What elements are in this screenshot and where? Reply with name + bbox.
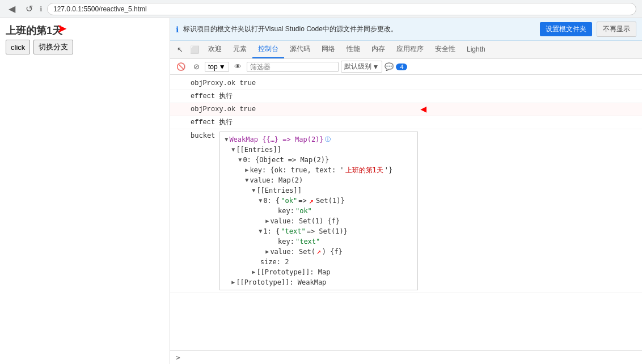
filter-button[interactable]: ⊘ (191, 61, 202, 72)
tree-proto-weakmap-row: ▶ [[Prototype]]: WeakMap (231, 277, 413, 287)
devtools-panel: ℹ 标识项目的根文件夹以打开Visual Studio Code中的源文件并同步… (170, 18, 642, 364)
value01-label: value: Set( (270, 247, 315, 257)
info-text: 标识项目的根文件夹以打开Visual Studio Code中的源文件并同步更改… (183, 24, 535, 34)
value0-toggle[interactable]: ▼ (245, 175, 248, 185)
tab-security[interactable]: 安全性 (429, 41, 461, 58)
value00-label: value: Set(1) {f} (270, 216, 340, 226)
context-label: top (208, 63, 218, 71)
entries2-label: [[Entries]] (256, 185, 301, 196)
key0-value: 上班的第1天 (345, 165, 383, 175)
console-prompt[interactable]: > (176, 353, 180, 362)
tab-console[interactable]: 控制台 (252, 41, 284, 58)
no-show-button[interactable]: 不再显示 (597, 22, 636, 37)
tree-entries2-row: ▼ [[Entries]] (252, 185, 413, 196)
item01-arrow: => Set(1)} (307, 226, 348, 236)
url-bar[interactable] (47, 3, 636, 15)
dropdown-arrow-icon: ▼ (219, 63, 226, 71)
item00-key: "ok" (281, 196, 297, 206)
size-label: size: 2 (252, 257, 289, 267)
key0-label: key: {ok: true, text: ' (250, 165, 344, 175)
key00-value: "ok" (295, 206, 312, 216)
level-label: 默认级别 (344, 62, 371, 71)
info-bar: ℹ 标识项目的根文件夹以打开Visual Studio Code中的源文件并同步… (170, 18, 642, 41)
console-toolbar: 🚫 ⊘ top ▼ 👁 默认级别 ▼ 💬 4 (170, 59, 642, 75)
red-arrow-value01: ↗ (316, 247, 321, 257)
tab-application[interactable]: 应用程序 (391, 41, 429, 58)
item01-toggle[interactable]: ▼ (259, 226, 262, 236)
value01-toggle[interactable]: ▶ (265, 247, 269, 257)
console-line-1-text: objProxy.ok true (191, 78, 637, 88)
entries-toggle[interactable]: ▼ (231, 145, 235, 155)
tab-network[interactable]: 网络 (316, 41, 341, 58)
eye-button[interactable]: 👁 (231, 61, 244, 72)
browser-bar: ◀ ↺ ℹ (0, 0, 642, 18)
tab-performance[interactable]: 性能 (341, 41, 366, 58)
tree-item00-row: ▼ 0: {"ok" => ↗ Set(1)} (259, 196, 413, 206)
console-bottom-bar: > (170, 350, 642, 364)
key0-end: '} (385, 165, 392, 175)
item00-arrow: => (298, 196, 306, 206)
item00-toggle[interactable]: ▼ (259, 196, 262, 206)
proto-map-toggle[interactable]: ▶ (252, 267, 255, 277)
item0-label: 0: {Object => Map(2)} (243, 155, 329, 165)
log-level-dropdown[interactable]: 默认级别 ▼ (341, 61, 383, 73)
proto-weakmap-label: [[Prototype]]: WeakMap (236, 277, 326, 287)
tree-entries-row: ▼ [[Entries]] (231, 145, 413, 155)
tree-size-row: size: 2 (252, 257, 413, 267)
tab-lighthouse[interactable]: Lighth (461, 42, 491, 58)
red-arrow-set: ↗ (309, 196, 314, 206)
console-line-2: effect 执行 (170, 90, 642, 103)
tab-memory[interactable]: 内存 (366, 41, 391, 58)
level-arrow-icon: ▼ (373, 63, 379, 71)
item00-label: 0: { (263, 196, 280, 206)
tab-sources[interactable]: 源代码 (284, 41, 316, 58)
set-root-button[interactable]: 设置根文件夹 (540, 22, 592, 36)
key0-toggle[interactable]: ▶ (245, 165, 248, 175)
arrow-annotation-line3: ◀ (420, 104, 426, 115)
value0-label: value: Map(2) (250, 175, 303, 185)
tree-key00-row: key: "ok" (265, 206, 413, 216)
cursor-icon[interactable]: ↖ (174, 43, 187, 56)
bucket-label: bucket (191, 132, 215, 139)
clear-console-button[interactable]: 🚫 (174, 61, 188, 72)
entries2-toggle[interactable]: ▼ (252, 185, 255, 196)
tab-welcome[interactable]: 欢迎 (202, 41, 227, 58)
item00-val: Set(1)} (316, 196, 345, 206)
proto-map-label: [[Prototype]]: Map (256, 267, 330, 277)
tree-root-text: WeakMap {{…} => Map(2)} (229, 134, 323, 145)
console-line-3-text: objProxy.ok true (191, 104, 637, 115)
console-line-2-text: effect 执行 (191, 91, 637, 101)
arrow-annotation-title: ➤ (57, 22, 67, 36)
proto-weakmap-toggle[interactable]: ▶ (231, 277, 235, 287)
filter-input[interactable] (247, 62, 339, 72)
item0-toggle[interactable]: ▼ (238, 155, 242, 165)
tree-item01-row: ▼ 1: {"text" => Set(1)} (259, 226, 413, 236)
bucket-tree-container: bucket ▼ WeakMap {{…} => Map(2)} ⓘ ▼ [[E… (170, 129, 642, 293)
left-panel: 上班的第1天 ➤ click 切换分支 (0, 18, 170, 364)
value01-end: ) {f} (322, 247, 343, 257)
click-button[interactable]: click (6, 40, 30, 54)
tree-info-icon[interactable]: ⓘ (325, 134, 331, 145)
key01-prefix: key: (265, 236, 294, 247)
device-icon[interactable]: ⬜ (187, 43, 202, 56)
tab-elements[interactable]: 元素 (227, 41, 252, 58)
context-dropdown[interactable]: top ▼ (205, 62, 229, 72)
tree-value00-row: ▶ value: Set(1) {f} (265, 216, 413, 226)
tree-value01-row: ▶ value: Set(↗) {f} (265, 247, 413, 257)
message-badge-area: 💬 4 (385, 62, 407, 71)
entries-label: [[Entries]] (236, 145, 281, 155)
console-line-1: objProxy.ok true (170, 77, 642, 90)
chat-icon: 💬 (385, 62, 394, 71)
root-toggle[interactable]: ▼ (225, 134, 228, 145)
back-button[interactable]: ◀ (6, 3, 18, 15)
tree-value0-row: ▼ value: Map(2) (245, 175, 413, 185)
reload-button[interactable]: ↺ (23, 3, 35, 15)
switch-branch-button[interactable]: 切换分支 (33, 40, 73, 54)
tree-item0-row: ▼ 0: {Object => Map(2)} (238, 155, 413, 165)
value00-toggle[interactable]: ▶ (265, 216, 269, 226)
page-title: 上班的第1天 (6, 25, 62, 36)
console-line-3: objProxy.ok true ◀ (170, 103, 642, 116)
key01-value: "text" (295, 236, 320, 247)
tree-proto-map-row: ▶ [[Prototype]]: Map (252, 267, 413, 277)
console-output: objProxy.ok true effect 执行 objProxy.ok t… (170, 75, 642, 350)
